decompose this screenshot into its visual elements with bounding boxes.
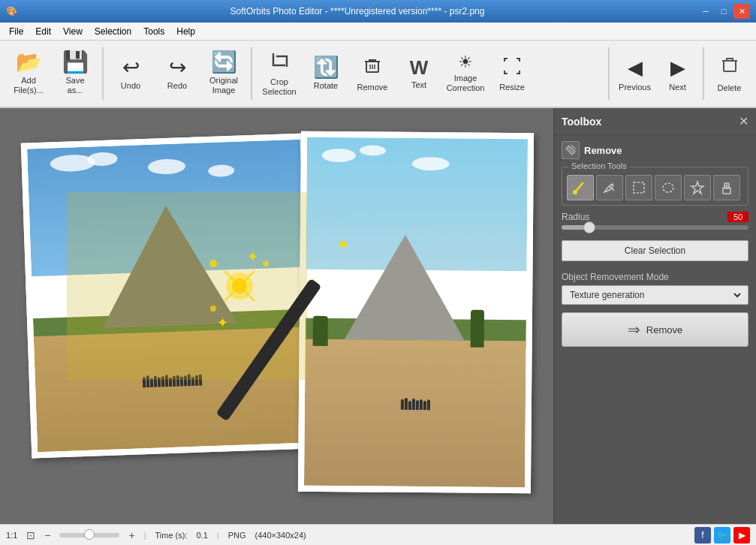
window-controls: ─ □ ✕ bbox=[697, 4, 750, 19]
remove-section-label: Remove bbox=[584, 145, 622, 156]
remove-button[interactable]: Remove bbox=[350, 44, 395, 103]
delete-button[interactable]: Delete bbox=[709, 44, 750, 103]
remove-label: Remove bbox=[357, 83, 388, 92]
svg-point-14 bbox=[726, 185, 728, 187]
object-removement-mode-select-wrapper[interactable]: Texture generation Content-aware fill Si… bbox=[562, 285, 748, 305]
svg-rect-1 bbox=[724, 61, 736, 71]
original-image-icon: 🔄 bbox=[211, 52, 237, 73]
next-icon: ▶ bbox=[670, 56, 685, 80]
twitter-icon[interactable]: 🐦 bbox=[714, 527, 730, 543]
text-button[interactable]: W Text bbox=[396, 44, 441, 103]
menu-help[interactable]: Help bbox=[170, 23, 201, 41]
resize-button[interactable]: Resize bbox=[489, 44, 535, 103]
window-title: SoftOrbits Photo Editor - ****Unregister… bbox=[17, 6, 697, 17]
rotate-icon: 🔃 bbox=[313, 57, 339, 78]
remove-section: Remove Selection Tools bbox=[554, 135, 756, 353]
title-bar: 🎨 SoftOrbits Photo Editor - ****Unregist… bbox=[0, 0, 756, 23]
rotate-label: Rotate bbox=[314, 81, 338, 90]
clear-selection-button[interactable]: Clear Selection bbox=[562, 240, 748, 261]
original-image-label: OriginalImage bbox=[209, 76, 238, 95]
selection-tools-row bbox=[567, 175, 743, 200]
remove-action-label: Remove bbox=[646, 324, 682, 336]
undo-label: Undo bbox=[121, 81, 140, 90]
zoom-in-button[interactable]: + bbox=[128, 529, 134, 541]
time-label: Time (s): bbox=[155, 531, 188, 540]
previous-label: Previous bbox=[619, 83, 651, 92]
rect-sel-tool-button[interactable] bbox=[625, 175, 652, 200]
canvas-area[interactable]: ✦ ✦ ★ ✦ bbox=[0, 108, 553, 524]
next-button[interactable]: ▶ Next bbox=[657, 44, 698, 103]
maximize-button[interactable]: □ bbox=[715, 4, 732, 19]
toolbox-panel: Toolbox ✕ Remove Selection Tools bbox=[553, 108, 756, 524]
facebook-icon[interactable]: f bbox=[694, 527, 711, 543]
toolbox-header: Toolbox ✕ bbox=[554, 108, 756, 135]
zoom-slider[interactable] bbox=[59, 533, 119, 537]
menu-bar: File Edit View Selection Tools Help bbox=[0, 23, 756, 41]
toolbox-close-button[interactable]: ✕ bbox=[739, 114, 748, 128]
stamp-tool-button[interactable] bbox=[713, 175, 740, 200]
remove-action-button[interactable]: ⇒ Remove bbox=[562, 312, 748, 347]
add-files-button[interactable]: 📂 AddFile(s)... bbox=[6, 44, 51, 103]
delete-icon bbox=[719, 55, 740, 80]
zoom-out-button[interactable]: − bbox=[44, 529, 50, 541]
save-as-button[interactable]: 💾 Saveas... bbox=[53, 44, 98, 103]
save-label: Saveas... bbox=[65, 76, 84, 95]
menu-file[interactable]: File bbox=[3, 23, 29, 41]
undo-icon: ↩ bbox=[122, 57, 140, 78]
previous-icon: ◀ bbox=[628, 56, 643, 80]
crop-selection-button[interactable]: CropSelection bbox=[257, 44, 302, 103]
text-icon: W bbox=[410, 58, 429, 77]
save-icon: 💾 bbox=[62, 52, 89, 73]
menu-view[interactable]: View bbox=[57, 23, 89, 41]
object-removement-mode-label: Object Removement Mode bbox=[562, 272, 748, 282]
status-separator-1: | bbox=[144, 531, 146, 540]
selection-tools-group: Selection Tools bbox=[562, 167, 748, 206]
radius-slider[interactable] bbox=[562, 225, 748, 230]
lasso-tool-button[interactable] bbox=[655, 175, 682, 200]
previous-button[interactable]: ◀ Previous bbox=[614, 44, 655, 103]
minimize-button[interactable]: ─ bbox=[697, 4, 714, 19]
dimensions-label: (440×340x24) bbox=[255, 531, 306, 540]
add-files-label: AddFile(s)... bbox=[14, 76, 44, 95]
menu-edit[interactable]: Edit bbox=[29, 23, 57, 41]
menu-selection[interactable]: Selection bbox=[89, 23, 137, 41]
selection-mask bbox=[67, 192, 307, 380]
zoom-fit-button[interactable]: ⊡ bbox=[26, 529, 35, 541]
svg-point-11 bbox=[663, 183, 673, 192]
menu-tools[interactable]: Tools bbox=[137, 23, 170, 41]
youtube-icon[interactable]: ▶ bbox=[733, 527, 750, 543]
object-removement-mode-select[interactable]: Texture generation Content-aware fill Si… bbox=[567, 289, 743, 301]
svg-point-9 bbox=[573, 190, 577, 194]
crop-label: CropSelection bbox=[262, 77, 296, 97]
crop-icon bbox=[269, 50, 290, 74]
nav-separator bbox=[608, 47, 610, 100]
social-icons: f 🐦 ▶ bbox=[694, 527, 750, 543]
radius-value: 50 bbox=[727, 212, 748, 222]
radius-label: Radius bbox=[562, 212, 589, 222]
image-correction-button[interactable]: ☀ ImageCorrection bbox=[443, 44, 488, 103]
logo-icon: 🎨 bbox=[6, 6, 17, 17]
add-files-icon: 📂 bbox=[16, 52, 42, 73]
zoom-level: 1:1 bbox=[6, 531, 17, 540]
redo-button[interactable]: ↪ Redo bbox=[155, 44, 200, 103]
photo-wrapper: ✦ ✦ ★ ✦ bbox=[22, 132, 532, 500]
brush-tool-button[interactable] bbox=[567, 175, 594, 200]
radius-row: Radius 50 bbox=[562, 212, 748, 222]
remove-section-icon bbox=[562, 141, 580, 159]
selection-tools-legend: Selection Tools bbox=[568, 161, 630, 170]
eraser-tool-button[interactable] bbox=[596, 175, 623, 200]
time-value: 0.1 bbox=[197, 531, 208, 540]
star-sel-tool-button[interactable] bbox=[684, 175, 711, 200]
redo-label: Redo bbox=[167, 81, 187, 90]
original-image-button[interactable]: 🔄 OriginalImage bbox=[201, 44, 246, 103]
app-logo: 🎨 bbox=[6, 6, 17, 17]
zoom-control: 1:1 bbox=[6, 531, 17, 540]
remove-header: Remove bbox=[562, 141, 748, 159]
close-button[interactable]: ✕ bbox=[733, 4, 750, 19]
rotate-button[interactable]: 🔃 Rotate bbox=[303, 44, 348, 103]
delete-separator bbox=[703, 47, 704, 100]
image-correction-label: ImageCorrection bbox=[447, 74, 485, 93]
undo-button[interactable]: ↩ Undo bbox=[108, 44, 153, 103]
toolbar: 📂 AddFile(s)... 💾 Saveas... ↩ Undo ↪ Red… bbox=[0, 41, 756, 108]
delete-label: Delete bbox=[718, 83, 742, 92]
